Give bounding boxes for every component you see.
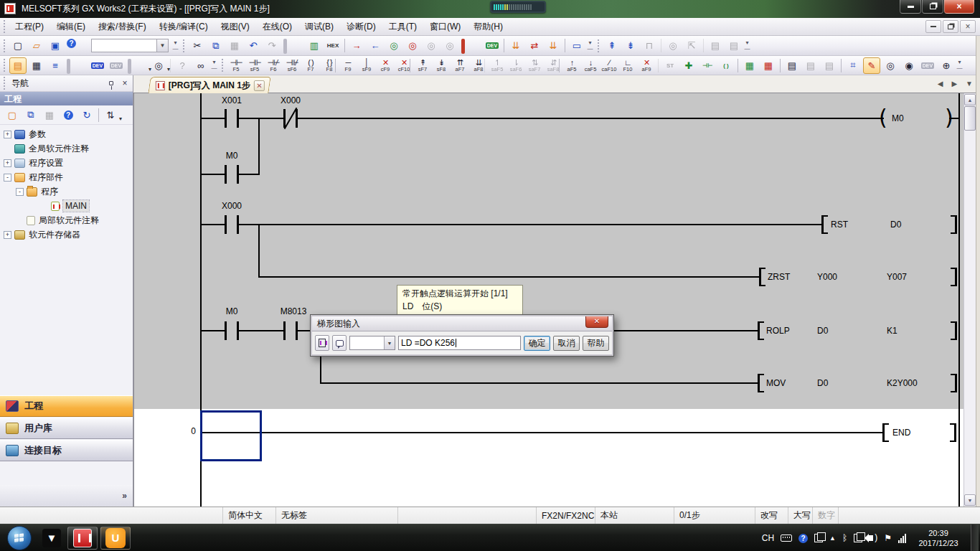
tree-expander-icon[interactable]: - (16, 188, 24, 196)
interrupt-program-list-icon[interactable]: ▤ (725, 37, 743, 54)
monitor-start-icon[interactable]: ◎ (385, 37, 402, 54)
taskbar-clock[interactable]: 20:39 2017/12/23 (913, 528, 964, 548)
start-button[interactable] (7, 526, 32, 550)
open-contact-x000[interactable] (225, 215, 239, 234)
instruction-op[interactable]: ZRST (768, 272, 790, 282)
hex-display-icon[interactable]: HEX (324, 37, 341, 54)
help-icon[interactable]: ? (70, 37, 88, 54)
dialog-title-bar[interactable]: 梯形图输入 ✕ (312, 316, 612, 331)
change-instruction-icon[interactable]: ⊓ (641, 37, 658, 54)
device-display-icon[interactable] (131, 57, 149, 74)
undo-icon[interactable]: ↶ (245, 37, 262, 54)
delete-row-icon[interactable]: ▦ (760, 57, 777, 74)
tab-scroll-left-icon[interactable]: ◀ (938, 80, 943, 88)
monitor-pause-icon[interactable]: ◎ (423, 37, 440, 54)
instruction-arg[interactable]: D0 (817, 378, 828, 388)
paste-data-icon[interactable]: ▦ (41, 107, 58, 123)
local-help-icon[interactable]: ? (174, 57, 191, 74)
parallel-falling-pulse-button[interactable]: ⇊aF8 (469, 57, 488, 75)
invert-falling-pulse-button[interactable]: ⇂saF6 (507, 57, 525, 75)
save-project-icon[interactable]: ▣ (47, 37, 64, 54)
toolbar-overflow-icon[interactable]: ▾— (586, 40, 594, 52)
monitor-resume-icon[interactable]: ◎ (441, 37, 458, 54)
vertical-scrollbar[interactable]: ▲ ▼ (963, 93, 976, 507)
invert-rising-pulse-button[interactable]: ↿saF5 (488, 57, 507, 75)
keyboard-icon[interactable] (781, 534, 792, 542)
close-button[interactable]: × (944, 0, 974, 14)
toolbar-overflow-icon[interactable]: ▾— (210, 60, 218, 71)
device-memory-icon[interactable] (484, 37, 501, 54)
program-list-icon[interactable]: ▤ (707, 37, 724, 54)
write-mode-icon[interactable]: ✎ (863, 57, 880, 74)
tree-item-main[interactable]: MAIN (0, 199, 133, 213)
symbol-combobox[interactable]: ▼ (349, 336, 395, 350)
comment-tool-icon[interactable] (332, 335, 347, 351)
edit-cursor[interactable] (200, 410, 262, 461)
delete-vertical-line-button[interactable]: ✕cF10 (395, 57, 413, 75)
scroll-down-icon[interactable]: ▼ (964, 494, 976, 506)
data-property-icon[interactable]: i (60, 107, 77, 123)
monitor-start-all-icon[interactable]: ⇞ (603, 37, 621, 54)
function-block-selection-icon[interactable]: ▦ (28, 57, 45, 74)
parallel-rising-pulse-button[interactable]: ⇈aF7 (451, 57, 469, 75)
help-tray-icon[interactable] (798, 534, 808, 543)
instruction-op[interactable]: RST (831, 220, 848, 230)
window-switch-icon[interactable] (854, 534, 862, 542)
convert-operation-button[interactable]: ↓caF5 (581, 57, 600, 75)
ladder-editor-canvas[interactable]: X001 X000 ( M0 ) M0 X000 RST D0 ZRST Y00… (133, 93, 963, 507)
closed-contact-button[interactable]: ⊣⊬F6 (264, 57, 283, 75)
function-input-combobox[interactable]: ▼ (91, 39, 169, 52)
refresh-view-icon[interactable]: ↻ (78, 107, 95, 123)
open-contact-m8013[interactable] (283, 321, 298, 340)
monitor-stop-icon[interactable]: ◎ (404, 37, 421, 54)
read-from-plc-icon[interactable]: ← (367, 37, 384, 54)
toolbar-overflow-icon[interactable]: ▾— (171, 40, 179, 52)
instruction-input[interactable]: LD =DO K256 (398, 336, 521, 350)
open-project-icon[interactable]: ▱ (28, 37, 45, 54)
action-center-flag-icon[interactable]: ⚑ (884, 533, 892, 543)
falling-pulse-button[interactable]: ↡sF8 (432, 57, 451, 75)
tree-item-parameter[interactable]: + 参数 (0, 127, 133, 141)
menu-item[interactable]: 视图(V) (215, 18, 256, 36)
edit-block-icon[interactable]: ✚ (680, 57, 697, 74)
declaration-edit-icon[interactable]: ▤ (821, 57, 838, 74)
scroll-up-icon[interactable]: ▲ (964, 94, 976, 105)
open-contact-x001[interactable] (225, 109, 239, 128)
remote-operation-icon[interactable]: ▭ (568, 37, 585, 54)
dialog-close-button[interactable]: ✕ (585, 316, 608, 328)
cc-link-setting-icon[interactable] (108, 57, 125, 74)
tree-item-local-comment[interactable]: 局部软元件注释 (0, 213, 133, 227)
instruction-arg[interactable]: K2Y000 (887, 378, 918, 388)
menu-item[interactable]: 搜索/替换(F) (92, 18, 153, 36)
sort-icon[interactable]: ⇅ (102, 107, 119, 123)
menu-item[interactable]: 转换/编译(C) (153, 18, 215, 36)
taskbar-uc-browser-button[interactable]: U (100, 527, 131, 550)
parallel-open-contact-button[interactable]: ⊣⊩sF5 (245, 57, 264, 75)
device-comment-program-icon[interactable] (287, 37, 304, 54)
show-desktop-button[interactable] (971, 524, 979, 551)
ladder-symbol-tool-icon[interactable] (315, 335, 329, 351)
menu-item[interactable]: 窗口(W) (423, 18, 467, 36)
branch-line-button[interactable]: ∟F10 (618, 57, 637, 75)
combobox-dropdown-icon[interactable]: ▼ (156, 39, 168, 52)
application-instruction-button[interactable]: { }F8 (320, 57, 339, 75)
stack-button-project[interactable]: 工程 (0, 395, 133, 417)
tab-close-icon[interactable]: ✕ (254, 80, 265, 91)
taskbar-foobar2000-icon[interactable]: ▼ (37, 526, 66, 550)
instruction-arg[interactable]: Y000 (817, 272, 837, 282)
open-contact-m0[interactable] (225, 321, 239, 340)
closed-contact-x000[interactable] (283, 109, 298, 128)
ime-options-icon[interactable] (814, 534, 823, 542)
tree-expander-icon[interactable]: - (4, 174, 11, 182)
tree-expander-icon[interactable]: + (4, 159, 11, 167)
network-signal-icon[interactable] (898, 534, 906, 543)
find-replace-icon[interactable]: ∞ (192, 57, 209, 74)
device-search-icon[interactable]: ◎ (150, 57, 167, 74)
tab-scroll-right-icon[interactable]: ▶ (951, 80, 957, 88)
combobox-dropdown-icon[interactable]: ▼ (384, 336, 395, 349)
horizontal-line-button[interactable]: ─F9 (339, 57, 357, 75)
stack-button-connection[interactable]: 连接目标 (0, 440, 133, 461)
insert-contact-icon[interactable]: ⊣⊢ (699, 57, 716, 74)
device-test-icon[interactable] (919, 57, 936, 74)
new-data-icon[interactable]: ▢ (4, 107, 21, 123)
